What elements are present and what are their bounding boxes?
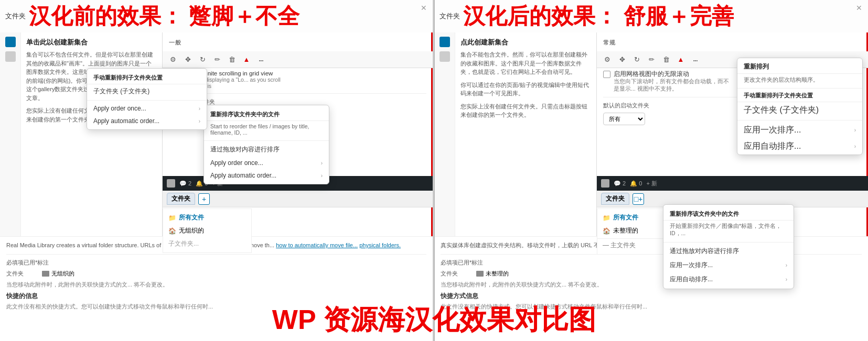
left-submenu-header: 手动重新排列子文件夹位置	[87, 71, 207, 84]
toolbar-more-btn[interactable]	[255, 53, 267, 66]
right-reorder-context-menu: 重新排序该文件夹中的文件 开始重新排列文件／图像由*标题，文件名，ID，... …	[663, 204, 794, 289]
left-folder-field-row: 文件夹 无组织的	[6, 270, 426, 278]
right-toolbar-move-btn[interactable]	[616, 53, 628, 66]
right-reorder-box-desc: 更改文件夹的层次结构顺序。	[737, 74, 862, 89]
right-reorder-submenu-item3[interactable]: 应用自动排序... ›	[737, 138, 862, 155]
left-banner-title: 汉化前的效果： 蹩脚＋不全	[29, 2, 299, 31]
right-drag-sort-item[interactable]: 通过拖放对内容进行排序	[663, 244, 794, 258]
submenu-item2-arrow: ›	[199, 106, 200, 112]
right-apply-once-arrow: ›	[854, 127, 856, 133]
left-apply-once-item[interactable]: Apply order once... ›	[204, 157, 329, 169]
left-submenu-item3[interactable]: Apply automatic order... ›	[87, 115, 207, 127]
right-banner-title: 汉化后的效果： 舒服＋完善	[463, 2, 734, 31]
right-home-icon[interactable]	[440, 37, 450, 47]
left-folder-field-label: 文件夹	[6, 270, 38, 278]
center-divider	[434, 0, 435, 341]
submenu-item3-arrow: ›	[199, 118, 200, 124]
right-toolbar-edit-btn[interactable]	[645, 53, 658, 66]
left-drag-sort-item[interactable]: 通过拖放对内容进行排序	[204, 142, 329, 157]
right-edit-icon	[649, 56, 655, 63]
left-media-folder-tab: 文件夹	[167, 193, 195, 205]
right-home-icon-nav: 🏠	[603, 227, 610, 235]
toolbar-refresh-btn[interactable]	[196, 53, 209, 66]
right-toolbar-refresh-btn[interactable]	[630, 53, 643, 66]
edit-icon	[215, 56, 220, 63]
right-no-files-text: 您实际上没有创建任何文件夹。只需点击标题按钮来创建你的第一个文件夹。	[460, 102, 591, 119]
right-folder-field-label: 文件夹	[441, 270, 472, 278]
right-wp-toolbar: 💬 2 🔔 0 + 新	[597, 176, 868, 191]
left-reorder-context-menu: 重新排序该文件夹中的文件 Start to reorder the files …	[203, 105, 329, 184]
right-folder-nav-icon[interactable]	[440, 51, 450, 62]
right-reorder-submenu-item2[interactable]: 应用一次排序... ›	[737, 122, 862, 138]
left-section-title: 一般	[169, 39, 426, 47]
left-required-note: 必填项已用*标注	[6, 259, 426, 267]
folder-icon[interactable]	[5, 51, 16, 62]
right-toolbar-more-btn[interactable]	[689, 53, 702, 66]
left-submenu-item2[interactable]: Apply order once... ›	[87, 102, 207, 115]
gear-icon	[170, 56, 176, 63]
left-move-note: 当您移动此附件时，此附件的关联快捷方式的文... 将不会更改。	[6, 281, 426, 289]
left-submenu-item1[interactable]: 子文件夹 (子文件夹)	[87, 84, 207, 98]
left-nav-items: 📁 所有文件 🏠 无组织的 子文件夹...	[163, 208, 252, 253]
right-more-icon	[693, 56, 698, 63]
right-apply-auto-item[interactable]: 应用自动排序... ›	[663, 272, 794, 287]
home-icon[interactable]	[5, 37, 16, 47]
toolbar-edit-btn[interactable]	[211, 53, 223, 66]
right-apply-auto-arrow: ›	[854, 144, 856, 149]
right-reorder-cm-desc: 开始重新排列文件／图像由*标题，文件名，ID，...	[663, 221, 794, 240]
right-required-note: 必填项已用*标注	[441, 259, 862, 267]
move-icon	[185, 56, 191, 63]
right-wp-update-count: 🔔 0	[630, 180, 642, 187]
right-reorder-cm-header: 重新排序该文件夹中的文件	[663, 207, 794, 221]
left-submenu: 手动重新排列子文件夹位置 子文件夹 (子文件夹) Apply order onc…	[87, 68, 207, 130]
right-section-title: 常规	[603, 39, 862, 47]
left-toolbar	[163, 51, 433, 68]
right-toolbar-up-btn[interactable]	[674, 53, 687, 66]
right-folder-select[interactable]: 所有	[603, 113, 645, 125]
right-default-folder-label: 默认的启动文件夹	[603, 102, 649, 109]
left-apply-auto-item[interactable]: Apply automatic order... ›	[204, 169, 329, 182]
left-nav-unorganized[interactable]: 🏠 无组织的	[163, 224, 251, 237]
left-shortcut-title: 快捷的信息	[6, 292, 426, 301]
right-wp-new: + 新	[646, 180, 657, 188]
right-checkbox2-label: 启用网格视图中的无限滚动 当您向下滚动时，所有文件都会自动载，而不是显示... …	[614, 70, 729, 93]
refresh-icon	[200, 56, 206, 63]
left-nav-subfolder[interactable]: 子文件夹...	[163, 237, 251, 250]
left-panel: 文件夹 汉化前的效果： 蹩脚＋不全 ✕ 单击此以创建新集合 集合可以不包含任何文…	[0, 0, 434, 341]
left-banner: 文件夹 汉化前的效果： 蹩脚＋不全 ✕	[0, 0, 433, 32]
right-reorder-submenu-item1[interactable]: 子文件夹 (子文件夹)	[737, 102, 862, 118]
left-add-folder-btn[interactable]: +	[198, 193, 210, 205]
toolbar-up-btn[interactable]	[240, 53, 253, 66]
right-close-button[interactable]: ✕	[854, 3, 864, 13]
toolbar-gear-btn[interactable]	[167, 53, 179, 66]
toolbar-move-btn[interactable]	[181, 53, 194, 66]
right-reorder-submenu-header: 手动重新排列子文件夹位置	[737, 89, 862, 102]
left-physical-link[interactable]: physical folders.	[359, 242, 401, 248]
right-folder-icon-all: 📁	[603, 214, 610, 222]
right-media-folder-tab: 文件夹	[601, 193, 629, 205]
right-cm-apply-auto-arrow: ›	[786, 277, 787, 282]
right-checkbox2[interactable]	[603, 71, 610, 78]
left-new-collection-title: 单击此以创建新集合	[26, 38, 157, 47]
right-shortcut-title: 快捷方式信息	[441, 292, 862, 301]
right-toolbar-trash-btn[interactable]	[660, 53, 672, 66]
left-learn-more-link[interactable]: how to automatically move file...	[276, 242, 358, 248]
toolbar-trash-btn[interactable]	[226, 53, 238, 66]
left-folder-icon-all: 📁	[168, 214, 176, 222]
trash-icon	[229, 56, 235, 63]
wp-logo-icon	[167, 179, 175, 188]
more-icon	[259, 56, 263, 63]
right-add-folder-btn[interactable]: □+	[633, 193, 644, 205]
right-apply-once-item[interactable]: 应用一次排序... ›	[663, 258, 794, 272]
right-new-collection-text: 集合不能包含文件。然而，你可以在那里创建额外的收藏和图库。这个图库只是一个图库数…	[460, 50, 591, 76]
right-sidebar-pane: 点此创建新集合 集合不能包含文件。然而，你可以在那里创建额外的收藏和图库。这个图…	[455, 32, 597, 236]
right-toolbar-gear-btn[interactable]	[601, 53, 614, 66]
right-extra-text: 你可以通过在你的页面/贴子的视觉编辑中使用短代码来创建一个可见图库。	[460, 81, 591, 98]
right-wp-logo-icon	[601, 179, 609, 188]
left-nav-all-files[interactable]: 📁 所有文件	[163, 211, 251, 224]
right-up-icon	[678, 56, 684, 63]
right-shortcut-text: 此文件没有相关的快捷方式。您可以创建快捷方式移动文件每鼠标和举行任何时...	[441, 303, 862, 311]
left-close-button[interactable]: ✕	[419, 3, 428, 13]
right-move-icon	[619, 56, 625, 63]
right-gear-icon	[604, 56, 610, 63]
